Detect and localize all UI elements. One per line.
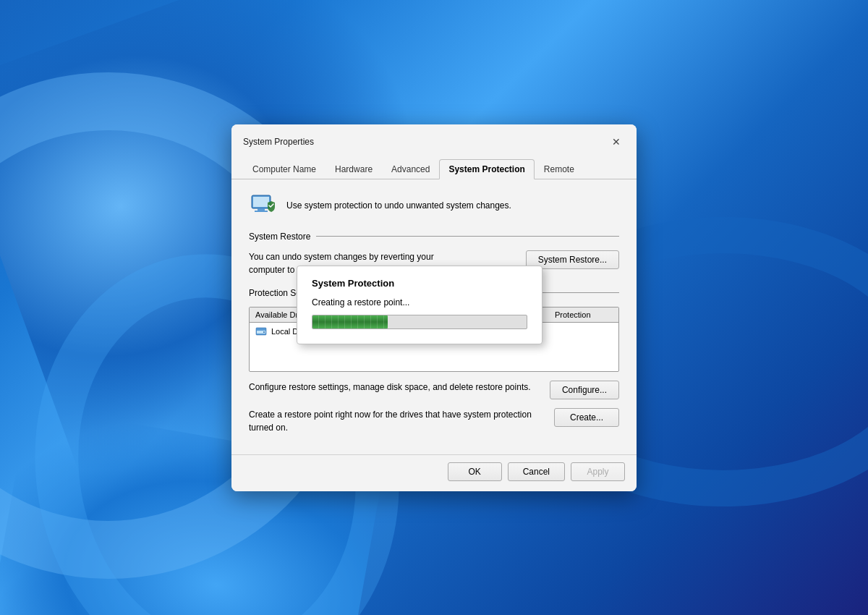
system-properties-dialog: System Properties ✕ Computer Name Hardwa… <box>231 124 637 491</box>
system-protection-popup: System Protection Creating a restore poi… <box>297 266 542 344</box>
create-text: Create a restore point right now for the… <box>249 408 545 434</box>
configure-button[interactable]: Configure... <box>550 381 619 399</box>
svg-rect-2 <box>258 208 265 211</box>
dialog-titlebar: System Properties ✕ <box>231 124 637 150</box>
close-button[interactable]: ✕ <box>608 133 625 150</box>
progress-bar-container <box>312 315 527 329</box>
popup-title: System Protection <box>312 278 527 289</box>
tab-computer-name[interactable]: Computer Name <box>243 159 326 179</box>
tab-bar: Computer Name Hardware Advanced System P… <box>231 153 637 179</box>
col-protection: Protection <box>555 310 613 319</box>
dialog-title: System Properties <box>243 137 314 147</box>
create-button[interactable]: Create... <box>554 408 619 427</box>
section-divider <box>316 236 619 237</box>
drive-icon <box>255 326 267 337</box>
tab-system-protection[interactable]: System Protection <box>439 159 534 179</box>
svg-rect-3 <box>255 211 268 212</box>
configure-text: Configure restore settings, manage disk … <box>249 381 541 394</box>
dialog-backdrop: System Properties ✕ Computer Name Hardwa… <box>0 0 868 615</box>
system-protection-icon <box>249 191 278 220</box>
tab-hardware[interactable]: Hardware <box>326 159 382 179</box>
system-restore-section: System Restore <box>249 232 619 242</box>
configure-row: Configure restore settings, manage disk … <box>249 381 619 399</box>
popup-status: Creating a restore point... <box>312 297 527 308</box>
description-row: Use system protection to undo unwanted s… <box>249 191 619 220</box>
svg-rect-1 <box>253 197 269 207</box>
cancel-button[interactable]: Cancel <box>508 462 565 481</box>
description-text: Use system protection to undo unwanted s… <box>286 200 511 211</box>
svg-point-6 <box>263 331 265 333</box>
progress-bar-fill <box>312 315 388 328</box>
create-row: Create a restore point right now for the… <box>249 408 619 434</box>
dialog-footer: OK Cancel Apply <box>231 454 637 491</box>
tab-advanced[interactable]: Advanced <box>382 159 439 179</box>
ok-button[interactable]: OK <box>448 462 502 481</box>
tab-remote[interactable]: Remote <box>535 159 584 179</box>
system-restore-label: System Restore <box>249 232 310 242</box>
apply-button[interactable]: Apply <box>571 462 625 481</box>
